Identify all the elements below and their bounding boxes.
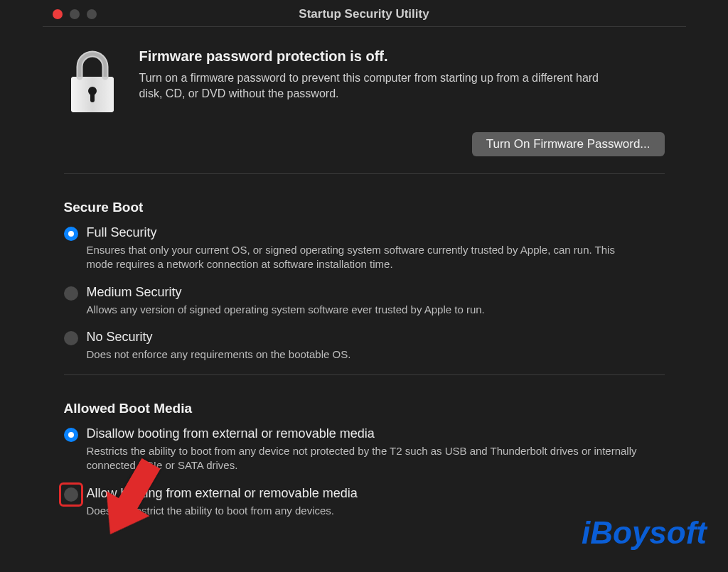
radio-indicator (64, 428, 78, 442)
radio-text: Disallow booting from external or remova… (87, 426, 665, 473)
radio-label: Full Security (87, 225, 665, 240)
radio-desc: Restricts the ability to boot from any d… (87, 444, 641, 473)
radio-indicator (64, 286, 78, 301)
firmware-button-row: Turn On Firmware Password... (139, 132, 665, 156)
firmware-heading: Firmware password protection is off. (139, 48, 665, 65)
radio-no-security[interactable]: No Security Does not enforce any require… (64, 330, 665, 362)
radio-full-security[interactable]: Full Security Ensures that only your cur… (64, 225, 665, 272)
radio-indicator (64, 227, 78, 241)
radio-label: Disallow booting from external or remova… (87, 426, 665, 441)
firmware-section: Firmware password protection is off. Tur… (64, 48, 665, 174)
allowed-boot-media-section: Allowed Boot Media Disallow booting from… (64, 375, 665, 518)
radio-allow-external[interactable]: Allow booting from external or removable… (64, 486, 665, 518)
radio-text: Allow booting from external or removable… (87, 486, 665, 518)
radio-desc: Does not restrict the ability to boot fr… (87, 504, 641, 518)
radio-label: Allow booting from external or removable… (87, 486, 665, 501)
window: Startup Security Utility (43, 0, 686, 518)
watermark: iBoysoft (582, 515, 707, 551)
secure-boot-title: Secure Boot (64, 200, 665, 215)
window-title: Startup Security Utility (43, 7, 686, 21)
radio-label: No Security (87, 330, 665, 345)
radio-indicator (64, 331, 78, 345)
firmware-description: Turn on a firmware password to prevent t… (139, 70, 609, 101)
content: Firmware password protection is off. Tur… (43, 27, 686, 518)
radio-text: Medium Security Allows any version of si… (87, 285, 665, 317)
radio-desc: Ensures that only your current OS, or si… (87, 243, 641, 272)
radio-desc: Does not enforce any requirements on the… (87, 347, 641, 362)
firmware-text: Firmware password protection is off. Tur… (139, 48, 665, 156)
radio-disallow-external[interactable]: Disallow booting from external or remova… (64, 426, 665, 473)
svg-rect-3 (90, 91, 95, 102)
radio-text: Full Security Ensures that only your cur… (87, 225, 665, 272)
titlebar: Startup Security Utility (43, 6, 686, 27)
radio-indicator (64, 487, 78, 502)
turn-on-firmware-password-button[interactable]: Turn On Firmware Password... (472, 132, 665, 156)
radio-text: No Security Does not enforce any require… (87, 330, 665, 362)
radio-medium-security[interactable]: Medium Security Allows any version of si… (64, 285, 665, 317)
radio-label: Medium Security (87, 285, 665, 300)
allowed-boot-media-title: Allowed Boot Media (64, 401, 665, 416)
secure-boot-section: Secure Boot Full Security Ensures that o… (64, 174, 665, 362)
lock-icon (64, 48, 121, 156)
radio-desc: Allows any version of signed operating s… (87, 303, 641, 317)
